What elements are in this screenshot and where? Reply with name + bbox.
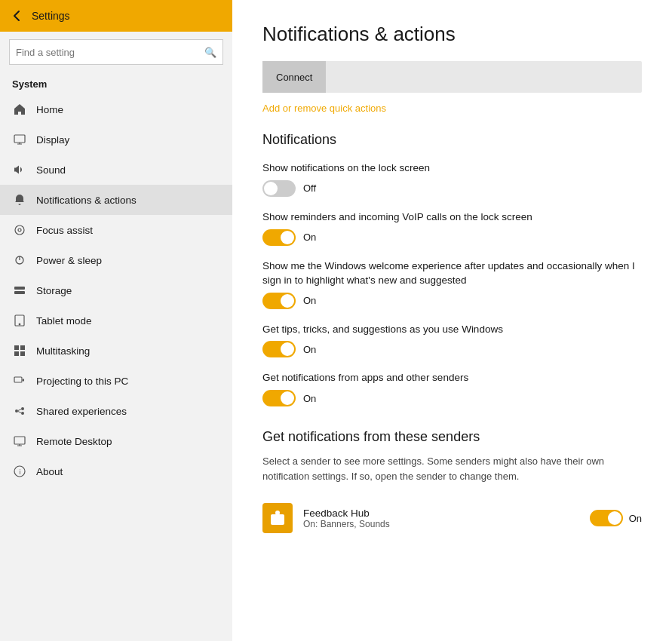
sidebar-item-label: Multitasking <box>36 345 90 357</box>
about-icon: i <box>12 464 27 479</box>
sender-item-feedback-hub[interactable]: Feedback Hub On: Banners, Sounds On <box>262 498 642 538</box>
sender-sub-feedback-hub: On: Banners, Sounds <box>303 519 579 529</box>
back-button[interactable] <box>9 8 24 23</box>
sidebar-item-shared[interactable]: Shared experiences <box>0 396 232 426</box>
toggle-state-tips: On <box>303 344 316 355</box>
sound-icon <box>12 162 27 177</box>
sidebar-item-label: Notifications & actions <box>36 195 137 206</box>
search-input[interactable] <box>16 47 204 58</box>
sender-state-feedback-hub: On <box>629 513 642 524</box>
sidebar-item-remote[interactable]: Remote Desktop <box>0 426 232 456</box>
toggle-item-lock-screen: Show notifications on the lock screen Of… <box>262 161 642 197</box>
senders-section: Get notifications from these senders Sel… <box>262 429 642 538</box>
sidebar-item-notifications[interactable]: Notifications & actions <box>0 185 232 215</box>
toggle-tips[interactable] <box>262 341 296 357</box>
sidebar-item-label: About <box>36 466 63 477</box>
svg-point-20 <box>275 511 280 515</box>
sender-name-feedback-hub: Feedback Hub <box>303 508 579 519</box>
focus-icon <box>12 222 27 238</box>
toggle-lock-screen[interactable] <box>262 180 296 197</box>
main-content: Notifications & actions Connect Add or r… <box>232 0 672 641</box>
svg-rect-0 <box>14 135 25 143</box>
toggle-voip[interactable] <box>262 229 296 246</box>
svg-rect-9 <box>20 345 25 350</box>
toggle-label-apps: Get notifications from apps and other se… <box>262 371 642 385</box>
sidebar-item-focus-assist[interactable]: Focus assist <box>0 215 232 245</box>
svg-point-15 <box>21 412 24 415</box>
toggle-label-lock-screen: Show notifications on the lock screen <box>262 161 642 176</box>
svg-point-2 <box>18 228 21 232</box>
sidebar-item-projecting[interactable]: Projecting to this PC <box>0 366 232 396</box>
sidebar-item-label: Home <box>36 104 63 115</box>
sidebar-item-label: Shared experiences <box>36 406 127 417</box>
sidebar-item-label: Power & sleep <box>36 255 102 266</box>
notifications-section-title: Notifications <box>262 132 642 148</box>
sidebar-item-label: Remote Desktop <box>36 436 112 447</box>
sidebar-item-storage[interactable]: Storage <box>0 275 232 305</box>
sidebar-item-label: Display <box>36 134 69 146</box>
sidebar-item-power[interactable]: Power & sleep <box>0 245 232 275</box>
home-icon <box>12 102 27 117</box>
multitasking-icon <box>12 343 27 358</box>
sender-icon-feedback-hub <box>262 503 293 533</box>
sidebar-item-label: Tablet mode <box>36 315 92 327</box>
toggle-item-voip: Show reminders and incoming VoIP calls o… <box>262 210 642 246</box>
page-title: Notifications & actions <box>262 23 642 46</box>
svg-point-7 <box>19 324 20 325</box>
svg-rect-10 <box>14 351 19 356</box>
nav-list: Home Display Sound Notifications & actio… <box>0 94 232 486</box>
toggle-apps[interactable] <box>262 390 296 406</box>
tablet-icon <box>12 313 27 328</box>
sidebar: Settings 🔍 System Home Display Sound Not… <box>0 0 232 641</box>
sidebar-item-about[interactable]: i About <box>0 456 232 486</box>
sidebar-item-label: Focus assist <box>36 225 93 236</box>
svg-rect-8 <box>14 345 19 350</box>
toggle-item-tips: Get tips, tricks, and suggestions as you… <box>262 323 642 358</box>
sender-list: Feedback Hub On: Banners, Sounds On <box>262 498 642 538</box>
search-box[interactable]: 🔍 <box>9 39 223 65</box>
remote-icon <box>12 434 27 449</box>
svg-rect-12 <box>14 377 22 382</box>
toggle-state-welcome: On <box>303 295 316 306</box>
search-icon: 🔍 <box>204 47 216 58</box>
sidebar-item-label: Projecting to this PC <box>36 376 128 387</box>
projecting-icon <box>12 373 27 388</box>
svg-point-13 <box>15 409 18 413</box>
shared-icon <box>12 403 27 419</box>
display-icon <box>12 132 27 147</box>
toggle-list: Show notifications on the lock screen Of… <box>262 161 642 406</box>
svg-text:i: i <box>20 468 21 476</box>
sidebar-item-label: Storage <box>36 285 72 296</box>
toggle-label-welcome: Show me the Windows welcome experience a… <box>262 259 642 288</box>
toggle-welcome[interactable] <box>262 293 296 309</box>
sidebar-header: Settings <box>0 0 232 32</box>
senders-desc: Select a sender to see more settings. So… <box>262 454 642 483</box>
toggle-label-voip: Show reminders and incoming VoIP calls o… <box>262 210 642 225</box>
svg-rect-16 <box>14 437 25 444</box>
system-label: System <box>0 72 232 94</box>
sidebar-item-tablet[interactable]: Tablet mode <box>0 305 232 336</box>
quick-actions-bar: Connect <box>262 61 642 93</box>
notifications-icon <box>12 192 27 207</box>
toggle-state-apps: On <box>303 393 316 404</box>
connect-button[interactable]: Connect <box>262 61 326 93</box>
sender-info-feedback-hub: Feedback Hub On: Banners, Sounds <box>303 508 579 529</box>
sidebar-item-sound[interactable]: Sound <box>0 155 232 185</box>
sidebar-item-multitasking[interactable]: Multitasking <box>0 336 232 366</box>
settings-title: Settings <box>32 10 70 22</box>
toggle-state-voip: On <box>303 232 316 243</box>
sidebar-item-label: Sound <box>36 164 66 176</box>
sidebar-item-display[interactable]: Display <box>0 124 232 155</box>
svg-rect-19 <box>271 514 284 525</box>
sender-toggle-feedback-hub[interactable] <box>590 510 623 526</box>
toggle-state-lock-screen: Off <box>303 182 316 194</box>
toggle-label-tips: Get tips, tricks, and suggestions as you… <box>262 323 642 337</box>
sidebar-item-home[interactable]: Home <box>0 94 232 124</box>
toggle-item-welcome: Show me the Windows welcome experience a… <box>262 259 642 309</box>
svg-point-1 <box>15 225 24 235</box>
add-remove-link[interactable]: Add or remove quick actions <box>262 103 386 114</box>
power-icon <box>12 253 27 268</box>
toggle-item-apps: Get notifications from apps and other se… <box>262 371 642 406</box>
senders-title: Get notifications from these senders <box>262 429 642 445</box>
sender-toggle-wrap-feedback-hub: On <box>590 510 642 526</box>
